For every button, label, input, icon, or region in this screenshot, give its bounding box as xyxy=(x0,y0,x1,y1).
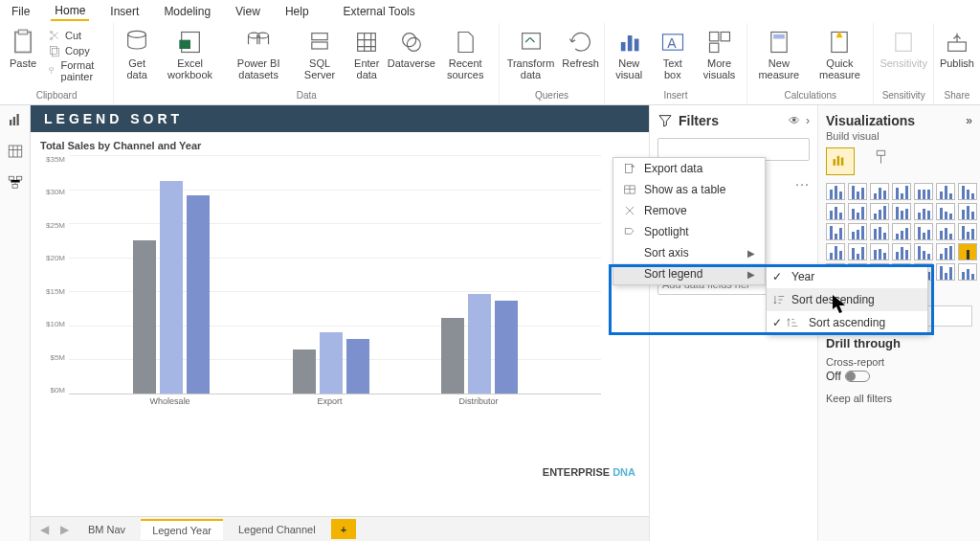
pbi-datasets-button[interactable]: Power BI datasets xyxy=(226,29,291,80)
bar-chart[interactable]: $35M$30M$25M$20M$15M$10M$5M$0M Wholesale… xyxy=(40,155,639,414)
menu-insert[interactable]: Insert xyxy=(106,3,143,20)
transform-data-button[interactable]: Transform data xyxy=(505,29,555,80)
spotlight-icon xyxy=(623,225,636,238)
enter-data-button[interactable]: Enter data xyxy=(348,29,386,80)
copy-button[interactable]: Copy xyxy=(48,44,107,57)
x-axis-labels: Wholesale Export Distributor xyxy=(69,396,601,414)
menu-sort-legend[interactable]: Sort legend▶ xyxy=(613,263,765,284)
excel-icon xyxy=(177,29,204,56)
svg-rect-32 xyxy=(16,114,18,125)
menu-export-data[interactable]: Export data xyxy=(613,158,765,179)
more-visuals-button[interactable]: More visuals xyxy=(698,29,741,80)
cross-report-toggle[interactable]: Off xyxy=(826,370,972,383)
svg-rect-26 xyxy=(773,34,785,39)
data-view-icon[interactable] xyxy=(7,143,24,163)
grid-icon xyxy=(353,29,380,56)
ribbon-label-clipboard: Clipboard xyxy=(36,90,78,102)
dataverse-button[interactable]: Dataverse xyxy=(393,29,430,69)
filters-title: Filters xyxy=(679,113,719,128)
menu-view[interactable]: View xyxy=(232,3,264,20)
tabs-prev[interactable]: ◀ xyxy=(36,523,53,536)
menu-modeling[interactable]: Modeling xyxy=(160,3,214,20)
quick-measure-icon xyxy=(826,29,853,56)
visualizations-title: Visualizations xyxy=(826,113,915,128)
tabs-next[interactable]: ▶ xyxy=(56,523,73,536)
tab-bm-nav[interactable]: BM Nav xyxy=(77,519,137,539)
format-visual-tab[interactable] xyxy=(874,147,893,175)
export-icon xyxy=(623,162,636,175)
new-measure-button[interactable]: New measure xyxy=(753,29,804,80)
refresh-icon xyxy=(568,29,594,56)
main-menu-bar: File Home Insert Modeling View Help Exte… xyxy=(0,0,980,23)
svg-rect-1 xyxy=(18,30,27,34)
svg-rect-16 xyxy=(522,34,540,49)
tab-add-page[interactable]: + xyxy=(331,519,356,539)
svg-rect-24 xyxy=(709,43,718,52)
ribbon-label-queries: Queries xyxy=(535,90,568,102)
svg-rect-35 xyxy=(16,176,21,180)
filter-icon xyxy=(657,113,673,128)
publish-icon xyxy=(944,29,970,56)
get-data-button[interactable]: Get data xyxy=(120,29,154,80)
model-view-icon[interactable] xyxy=(7,174,24,194)
table-icon xyxy=(623,183,636,196)
publish-button[interactable]: Publish xyxy=(940,29,974,69)
menu-spotlight[interactable]: Spotlight xyxy=(613,221,765,242)
paste-label: Paste xyxy=(10,57,36,69)
recent-sources-button[interactable]: Recent sources xyxy=(437,29,493,80)
document-icon xyxy=(452,29,479,56)
menu-external-tools[interactable]: External Tools xyxy=(340,3,419,20)
svg-rect-30 xyxy=(10,120,11,125)
build-visual-label: Build visual xyxy=(826,130,972,142)
menu-show-as-table[interactable]: Show as a table xyxy=(613,179,765,200)
ribbon-group-calculations: New measure Quick measure Calculations xyxy=(747,23,874,104)
scissors-icon xyxy=(48,29,61,42)
paste-button[interactable]: Paste xyxy=(6,29,40,69)
svg-rect-4 xyxy=(50,46,56,54)
sql-server-button[interactable]: SQL Server xyxy=(299,29,341,80)
tab-legend-year[interactable]: Legend Year xyxy=(141,519,223,540)
tab-legend-channel[interactable]: Legend Channel xyxy=(227,519,327,539)
text-box-button[interactable]: AText box xyxy=(656,29,690,80)
submenu-year[interactable]: ✓Year xyxy=(767,265,927,288)
transform-icon xyxy=(518,29,545,56)
svg-rect-8 xyxy=(179,40,190,49)
database-icon xyxy=(123,29,150,56)
svg-rect-36 xyxy=(12,185,17,189)
menu-home[interactable]: Home xyxy=(51,2,89,21)
new-visual-button[interactable]: New visual xyxy=(611,29,648,80)
ribbon-group-data: Get data Excel workbook Power BI dataset… xyxy=(114,23,500,104)
format-painter-button[interactable]: Format painter xyxy=(48,59,107,82)
y-axis-labels: $35M$30M$25M$20M$15M$10M$5M$0M xyxy=(40,155,67,394)
sort-desc-icon xyxy=(772,293,786,306)
svg-rect-17 xyxy=(621,42,626,51)
build-visual-tab[interactable] xyxy=(826,147,855,175)
menu-remove[interactable]: Remove xyxy=(613,200,765,221)
ribbon-label-share: Share xyxy=(945,90,970,102)
menu-help[interactable]: Help xyxy=(281,3,313,20)
visual-more-options[interactable]: … xyxy=(794,172,810,190)
refresh-button[interactable]: Refresh xyxy=(564,29,598,69)
filters-visibility-icon[interactable]: 👁 xyxy=(789,114,800,127)
svg-rect-33 xyxy=(9,146,22,157)
svg-text:A: A xyxy=(667,35,677,51)
filters-collapse-icon[interactable]: › xyxy=(806,114,810,127)
viz-expand-icon[interactable]: » xyxy=(966,114,972,127)
svg-rect-37 xyxy=(834,159,836,166)
chart-icon xyxy=(615,29,642,56)
quick-measure-button[interactable]: Quick measure xyxy=(812,29,867,80)
svg-rect-5 xyxy=(53,49,59,56)
cut-button[interactable]: Cut xyxy=(48,29,107,42)
menu-sort-axis[interactable]: Sort axis▶ xyxy=(613,242,765,263)
svg-rect-12 xyxy=(312,42,327,49)
svg-rect-38 xyxy=(837,156,840,166)
report-view-icon[interactable] xyxy=(7,111,24,131)
mouse-cursor xyxy=(833,295,848,318)
menu-file[interactable]: File xyxy=(8,3,33,20)
copy-icon xyxy=(48,44,61,57)
excel-button[interactable]: Excel workbook xyxy=(162,29,218,80)
report-canvas: LEGEND SORT Total Sales by Channel and Y… xyxy=(31,105,649,541)
server-icon xyxy=(306,29,333,56)
page-title: LEGEND SORT xyxy=(31,105,649,132)
svg-point-6 xyxy=(128,31,146,37)
